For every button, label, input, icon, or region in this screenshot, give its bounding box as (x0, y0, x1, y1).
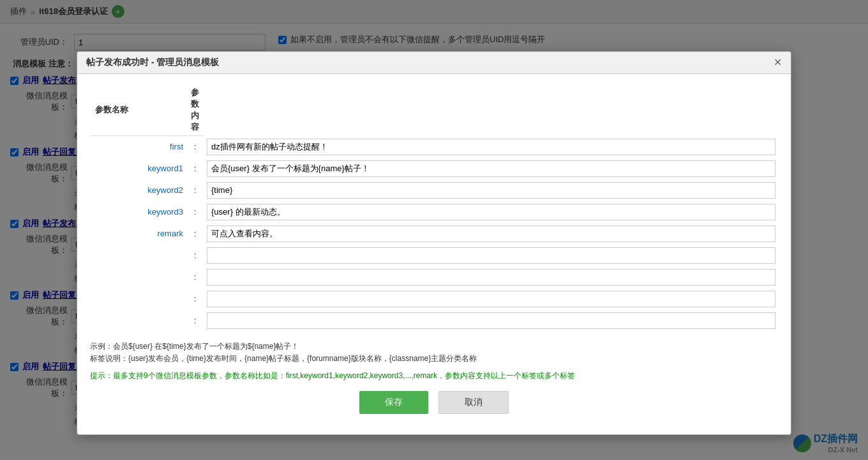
modal-tip-text: 提示：最多支持9个微信消息模板参数，参数名称比如是：first,keyword1… (90, 370, 778, 382)
param-row-7: : (90, 288, 778, 310)
param-table: 参数名称 参数内容 first:keyword1:keyword2:keywor… (90, 84, 778, 332)
param-value-cell-5 (204, 245, 778, 266)
param-value-cell-8 (204, 310, 778, 332)
param-value-cell-1 (204, 158, 778, 180)
cancel-button[interactable]: 取消 (438, 391, 509, 414)
param-row-5: : (90, 245, 778, 266)
param-value-input-1[interactable] (207, 160, 775, 177)
param-name-2: keyword2 (90, 180, 186, 201)
col-content-header: 参数内容 (186, 84, 204, 136)
param-row-2: keyword2: (90, 180, 778, 201)
param-name-6 (90, 266, 186, 288)
modal-overlay: 帖子发布成功时 - 管理员消息模板 ✕ 参数名称 参数内容 first:keyw… (0, 0, 868, 460)
param-value-input-8[interactable] (207, 312, 775, 329)
param-row-6: : (90, 266, 778, 288)
param-value-cell-6 (204, 266, 778, 288)
modal-close-button[interactable]: ✕ (774, 57, 782, 68)
param-value-input-4[interactable] (207, 226, 775, 242)
param-value-cell-4 (204, 223, 778, 245)
modal-dialog: 帖子发布成功时 - 管理员消息模板 ✕ 参数名称 参数内容 first:keyw… (77, 51, 791, 435)
param-colon-3: : (186, 201, 204, 223)
save-button[interactable]: 保存 (359, 391, 428, 414)
param-name-8 (90, 310, 186, 332)
param-row-3: keyword3: (90, 201, 778, 223)
modal-title: 帖子发布成功时 - 管理员消息模板 (86, 57, 219, 68)
param-row-4: remark: (90, 223, 778, 245)
param-name-5 (90, 245, 186, 266)
param-name-1: keyword1 (90, 158, 186, 180)
param-value-cell-0 (204, 136, 778, 158)
param-colon-4: : (186, 223, 204, 245)
param-name-0: first (90, 136, 186, 158)
param-value-input-6[interactable] (207, 269, 775, 286)
param-colon-1: : (186, 158, 204, 180)
param-colon-5: : (186, 245, 204, 266)
modal-example-text: 示例：会员${user} 在${time}发布了一个标题为${name}帖子！ … (90, 341, 778, 365)
param-row-1: keyword1: (90, 158, 778, 180)
param-colon-7: : (186, 288, 204, 310)
param-value-cell-7 (204, 288, 778, 310)
modal-footer: 保存 取消 (90, 391, 778, 424)
param-colon-2: : (186, 180, 204, 201)
param-name-7 (90, 288, 186, 310)
param-colon-0: : (186, 136, 204, 158)
param-row-0: first: (90, 136, 778, 158)
param-value-input-0[interactable] (207, 139, 775, 155)
param-value-input-2[interactable] (207, 182, 775, 199)
param-value-cell-3 (204, 201, 778, 223)
param-value-cell-2 (204, 180, 778, 201)
param-value-input-3[interactable] (207, 204, 775, 220)
param-value-input-5[interactable] (207, 247, 775, 264)
modal-body: 参数名称 参数内容 first:keyword1:keyword2:keywor… (77, 74, 791, 434)
param-colon-8: : (186, 310, 204, 332)
param-name-3: keyword3 (90, 201, 186, 223)
param-row-8: : (90, 310, 778, 332)
col-name-header: 参数名称 (90, 84, 186, 136)
param-colon-6: : (186, 266, 204, 288)
modal-header: 帖子发布成功时 - 管理员消息模板 ✕ (77, 52, 791, 74)
param-name-4: remark (90, 223, 186, 245)
page-container: 插件 » it618会员登录认证 + 管理员UID： 如果不启用，管理员不会有以… (0, 0, 868, 460)
param-value-input-7[interactable] (207, 291, 775, 307)
